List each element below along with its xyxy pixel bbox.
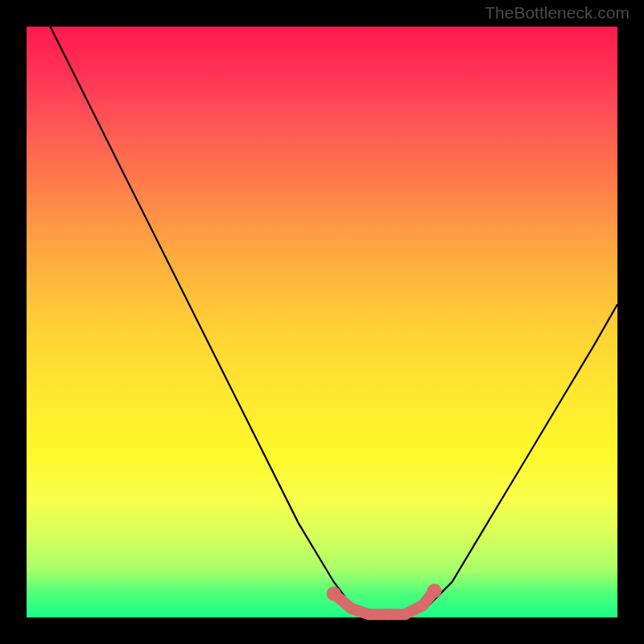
highlight-dot	[399, 609, 411, 620]
watermark-text: TheBottleneck.com	[485, 3, 630, 23]
bottleneck-curve	[50, 27, 617, 614]
chart-svg	[27, 27, 617, 617]
highlight-dot	[364, 609, 375, 620]
highlight-dot	[427, 584, 442, 598]
highlight-dot	[327, 587, 341, 601]
highlight-dot	[417, 600, 428, 611]
optimal-range-highlight	[327, 584, 442, 620]
highlight-dot	[382, 609, 393, 620]
highlight-dot	[346, 603, 357, 614]
